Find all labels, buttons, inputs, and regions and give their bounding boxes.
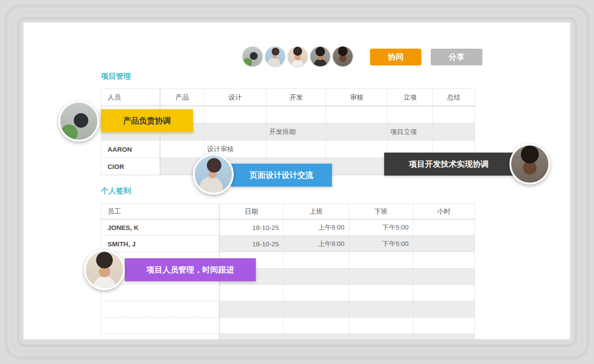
- cell[interactable]: [413, 236, 475, 252]
- column-header[interactable]: 总结: [433, 89, 475, 106]
- project-table-header-row: 人员 产品 设计 开发 审核 立项 总结: [101, 89, 475, 106]
- cell-date[interactable]: 18-10-25: [220, 236, 284, 252]
- cell[interactable]: [413, 301, 475, 318]
- cell[interactable]: [388, 106, 433, 123]
- cell-clock-in[interactable]: 上午8:00: [284, 236, 349, 252]
- callout-product-avatar: [58, 101, 99, 142]
- table-row: SMITH, J 18-10-25 上午8:00 下午5:00: [101, 236, 475, 252]
- column-header[interactable]: 日期: [220, 204, 284, 219]
- column-header[interactable]: 开发: [266, 89, 326, 106]
- cell[interactable]: [220, 285, 284, 301]
- cell-person-name[interactable]: SMITH, J: [101, 236, 220, 252]
- cell[interactable]: [160, 141, 204, 158]
- cell-clock-in[interactable]: 上午8:00: [284, 219, 349, 236]
- cell[interactable]: [326, 106, 388, 123]
- member-avatar-5[interactable]: [333, 46, 353, 66]
- cell[interactable]: [220, 318, 284, 334]
- column-header[interactable]: 员工: [101, 204, 220, 219]
- cell-clock-out[interactable]: 下午5:00: [349, 236, 413, 252]
- callout-staffing-avatar: [84, 249, 125, 290]
- cell-date[interactable]: 18-10-25: [220, 219, 284, 236]
- callout-design: 页面设计设计交流: [231, 164, 332, 187]
- table-row: [101, 301, 475, 318]
- column-header[interactable]: 下班: [349, 204, 413, 219]
- cell[interactable]: [413, 252, 475, 268]
- cell[interactable]: [326, 158, 388, 175]
- project-section-title: 项目管理: [101, 71, 131, 81]
- cell[interactable]: [284, 301, 349, 318]
- checkin-table-header-row: 员工 日期 上班 下班 小时: [101, 204, 475, 219]
- cell[interactable]: 项目立项: [388, 123, 433, 141]
- cell[interactable]: [284, 318, 349, 334]
- cell[interactable]: [326, 141, 388, 158]
- callout-development-avatar: [509, 144, 550, 184]
- cell[interactable]: [349, 334, 413, 340]
- cell[interactable]: [413, 219, 475, 236]
- cell[interactable]: [433, 123, 475, 141]
- cell[interactable]: [204, 123, 266, 141]
- app-window: 协同 分享 项目管理 人员 产品 设计 开发 审核 立项 总结: [0, 0, 594, 364]
- callout-product: 产品负责协调: [101, 109, 193, 132]
- cell-clock-out[interactable]: 下午5:00: [349, 219, 413, 236]
- column-header[interactable]: 设计: [204, 89, 266, 106]
- cell[interactable]: [101, 318, 220, 334]
- cell[interactable]: [349, 268, 413, 285]
- cell[interactable]: [413, 268, 475, 285]
- column-header[interactable]: 人员: [101, 89, 160, 106]
- table-row: [101, 318, 475, 334]
- cell[interactable]: 开发排期: [266, 123, 326, 141]
- cell[interactable]: [284, 334, 349, 340]
- cell[interactable]: [101, 334, 220, 340]
- column-header[interactable]: 上班: [284, 204, 349, 219]
- column-header[interactable]: 产品: [160, 89, 204, 106]
- member-avatar-4[interactable]: [310, 46, 330, 66]
- cell[interactable]: [284, 285, 349, 301]
- cell[interactable]: [349, 252, 413, 268]
- cell[interactable]: [220, 301, 284, 318]
- cell[interactable]: [413, 285, 475, 301]
- cell[interactable]: [204, 106, 266, 123]
- cell[interactable]: [101, 301, 220, 318]
- callout-design-avatar: [193, 154, 234, 195]
- column-header[interactable]: 小时: [413, 204, 475, 219]
- member-avatar-2[interactable]: [265, 46, 285, 66]
- table-row: JONES, K 18-10-25 上午8:00 下午5:00: [101, 219, 475, 236]
- table-row: [101, 285, 475, 301]
- callout-development: 项目开发技术实现协调: [384, 153, 513, 176]
- cell[interactable]: [413, 318, 475, 334]
- cell[interactable]: [326, 123, 388, 141]
- cell[interactable]: [349, 285, 413, 301]
- member-avatar-list: [243, 46, 353, 66]
- column-header[interactable]: 审核: [326, 89, 388, 106]
- cell-person-name[interactable]: CIOR: [101, 158, 160, 175]
- checkin-section-title: 个人签到: [101, 186, 131, 196]
- column-header[interactable]: 立项: [388, 89, 433, 106]
- cell[interactable]: [413, 334, 475, 340]
- cell[interactable]: [349, 301, 413, 318]
- collaborate-button[interactable]: 协同: [370, 49, 421, 65]
- cell[interactable]: [349, 318, 413, 334]
- cell[interactable]: [266, 141, 326, 158]
- cell[interactable]: [266, 106, 326, 123]
- cell[interactable]: [284, 268, 349, 285]
- cell[interactable]: [220, 334, 284, 340]
- share-button[interactable]: 分享: [431, 49, 482, 65]
- callout-staffing: 项目人员管理，时间跟进: [125, 258, 256, 281]
- cell[interactable]: [101, 285, 220, 301]
- cell-person-name[interactable]: AARON: [101, 141, 160, 158]
- cell[interactable]: [433, 106, 475, 123]
- member-avatar-1[interactable]: [243, 46, 262, 66]
- cell-person-name[interactable]: JONES, K: [101, 219, 220, 236]
- cell[interactable]: [284, 252, 349, 268]
- member-avatar-3[interactable]: [288, 46, 308, 66]
- table-row: [101, 334, 475, 340]
